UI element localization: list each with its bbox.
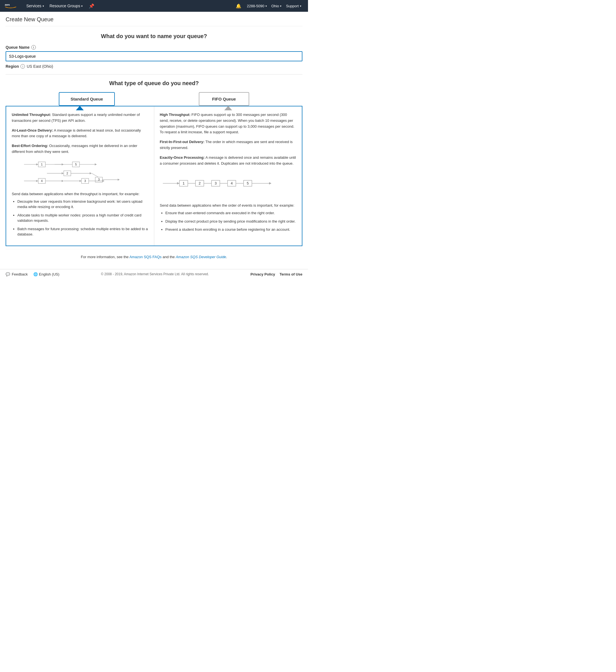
fifo-feature2-bold: First-In-First-out Delivery: bbox=[160, 140, 205, 144]
region-row: Region i US East (Ohio) bbox=[6, 64, 302, 69]
svg-marker-36 bbox=[177, 182, 179, 185]
services-chevron: ▾ bbox=[43, 4, 44, 8]
standard-feature2-bold: At-Least-Once Delivery: bbox=[12, 128, 53, 132]
support-menu[interactable]: Support ▾ bbox=[284, 4, 304, 8]
footer-links: Privacy Policy Terms of Use bbox=[250, 272, 302, 276]
svg-marker-30 bbox=[80, 180, 81, 182]
fifo-diagram: 1 2 3 4 5 bbox=[160, 171, 297, 199]
standard-feature3: Best-Effort Ordering: Occasionally, mess… bbox=[12, 143, 148, 155]
svg-marker-2 bbox=[36, 163, 38, 165]
standard-feature3-bold: Best-Effort Ordering: bbox=[12, 144, 48, 148]
svg-text:3: 3 bbox=[84, 179, 86, 183]
section2-header: What type of queue do you need? bbox=[6, 80, 302, 87]
standard-usecase-intro: Send data between applications when the … bbox=[12, 192, 148, 196]
privacy-policy-link[interactable]: Privacy Policy bbox=[250, 272, 275, 276]
copyright: © 2008 - 2019, Amazon Internet Services … bbox=[59, 272, 250, 276]
support-chevron: ▾ bbox=[300, 4, 301, 8]
standard-panel: Unlimited Throughput: Standard queues su… bbox=[6, 106, 154, 246]
svg-marker-34 bbox=[102, 180, 104, 182]
pin-icon[interactable]: 📌 bbox=[85, 3, 98, 9]
svg-text:5: 5 bbox=[75, 163, 77, 166]
standard-usecase2: Allocate tasks to multiple worker nodes:… bbox=[17, 213, 148, 223]
services-menu[interactable]: Services ▾ bbox=[24, 4, 47, 8]
page-content: Create New Queue What do you want to nam… bbox=[0, 12, 308, 269]
resource-groups-menu[interactable]: Resource Groups ▾ bbox=[47, 4, 86, 8]
queue-name-input[interactable] bbox=[6, 51, 302, 61]
dev-guide-link[interactable]: Amazon SQS Developer Guide bbox=[176, 255, 226, 259]
svg-text:aws: aws bbox=[5, 3, 10, 6]
bottom-bar: 💬 Feedback 🌐 English (US) © 2008 - 2019,… bbox=[0, 269, 308, 279]
language-selector[interactable]: 🌐 English (US) bbox=[33, 272, 59, 276]
region-label-text: Region bbox=[6, 64, 19, 69]
svg-text:2: 2 bbox=[66, 171, 68, 175]
queue-type-section: What type of queue do you need? Standard… bbox=[6, 80, 302, 246]
region-value: US East (Ohio) bbox=[27, 64, 53, 69]
standard-queue-button[interactable]: Standard Queue bbox=[59, 92, 115, 106]
svg-text:1: 1 bbox=[41, 163, 43, 166]
account-chevron: ▾ bbox=[265, 4, 267, 8]
fifo-feature3-bold: Exactly-Once Processing: bbox=[160, 155, 205, 160]
fifo-feature2: First-In-First-out Delivery: The order i… bbox=[160, 139, 297, 151]
fifo-usecase1: Ensure that user-entered commands are ex… bbox=[165, 210, 297, 216]
resource-groups-label: Resource Groups bbox=[50, 4, 80, 8]
standard-feature1-bold: Unlimited Throughput: bbox=[12, 113, 51, 117]
navigation: aws Services ▾ Resource Groups ▾ 📌 🔔 228… bbox=[0, 0, 308, 12]
queue-name-info-icon[interactable]: i bbox=[31, 45, 36, 50]
svg-marker-11 bbox=[95, 163, 97, 165]
svg-text:4: 4 bbox=[230, 181, 232, 185]
comparison-panels: Unlimited Throughput: Standard queues su… bbox=[6, 106, 302, 246]
standard-feature1: Unlimited Throughput: Standard queues su… bbox=[12, 112, 148, 124]
standard-usecase3: Batch messages for future processing: sc… bbox=[17, 226, 148, 237]
standard-usecases: Decouple live user requests from intensi… bbox=[12, 199, 148, 237]
queue-name-label: Queue Name i bbox=[6, 45, 302, 50]
section1-header: What do you want to name your queue? bbox=[6, 33, 302, 39]
svg-text:2: 2 bbox=[199, 181, 200, 185]
footer-text1: For more information, see the bbox=[81, 255, 129, 259]
services-label: Services bbox=[26, 4, 41, 8]
speech-bubble-icon: 💬 bbox=[6, 272, 10, 276]
standard-usecase1: Decouple live user requests from intensi… bbox=[17, 199, 148, 210]
region-chevron: ▾ bbox=[280, 4, 281, 8]
standard-feature2: At-Least-Once Delivery: A message is del… bbox=[12, 128, 148, 139]
footer-text2: and the bbox=[162, 255, 176, 259]
fifo-panel: High Throughput: FIFO queues support up … bbox=[154, 106, 302, 246]
fifo-usecase-intro: Send data between applications when the … bbox=[160, 203, 297, 207]
fifo-usecases: Ensure that user-entered commands are ex… bbox=[160, 210, 297, 232]
svg-text:3: 3 bbox=[214, 181, 216, 185]
standard-diagram: 1 5 2 bbox=[12, 159, 148, 187]
svg-marker-17 bbox=[90, 172, 92, 174]
svg-text:3: 3 bbox=[98, 178, 100, 181]
svg-marker-52 bbox=[269, 182, 271, 185]
fifo-usecase3: Prevent a student from enrolling in a co… bbox=[165, 227, 297, 232]
sqs-faqs-link[interactable]: Amazon SQS FAQs bbox=[129, 255, 162, 259]
bell-icon[interactable]: 🔔 bbox=[232, 3, 245, 9]
globe-icon: 🌐 bbox=[33, 272, 38, 276]
region-label: Ohio bbox=[271, 4, 279, 8]
svg-marker-24 bbox=[36, 180, 38, 182]
queue-type-buttons: Standard Queue FIFO Queue bbox=[6, 92, 302, 106]
fifo-feature1: High Throughput: FIFO queues support up … bbox=[160, 112, 297, 135]
footer-info: For more information, see the Amazon SQS… bbox=[6, 249, 302, 265]
svg-text:1: 1 bbox=[183, 181, 185, 185]
language-label: English (US) bbox=[39, 272, 59, 276]
aws-logo[interactable]: aws bbox=[4, 2, 17, 10]
feedback-label: Feedback bbox=[12, 272, 28, 276]
terms-of-use-link[interactable]: Terms of Use bbox=[280, 272, 302, 276]
region-info-icon[interactable]: i bbox=[20, 64, 25, 69]
fifo-feature1-bold: High Throughput: bbox=[160, 113, 191, 117]
resource-groups-chevron: ▾ bbox=[81, 4, 83, 8]
fifo-queue-button[interactable]: FIFO Queue bbox=[199, 92, 249, 106]
region-menu[interactable]: Ohio ▾ bbox=[269, 4, 284, 8]
svg-text:5: 5 bbox=[247, 181, 249, 185]
account-id: 2288-5090 bbox=[247, 4, 264, 8]
fifo-feature3: Exactly-Once Processing: A message is de… bbox=[160, 155, 297, 167]
svg-marker-22 bbox=[118, 179, 120, 181]
svg-marker-28 bbox=[62, 180, 64, 182]
support-label: Support bbox=[286, 4, 299, 8]
feedback-button[interactable]: 💬 Feedback bbox=[6, 272, 28, 276]
svg-text:4: 4 bbox=[41, 179, 43, 183]
footer-text3: . bbox=[226, 255, 227, 259]
svg-marker-13 bbox=[62, 172, 64, 174]
account-menu[interactable]: 2288-5090 ▾ bbox=[245, 4, 269, 8]
page-title: Create New Queue bbox=[6, 16, 302, 26]
